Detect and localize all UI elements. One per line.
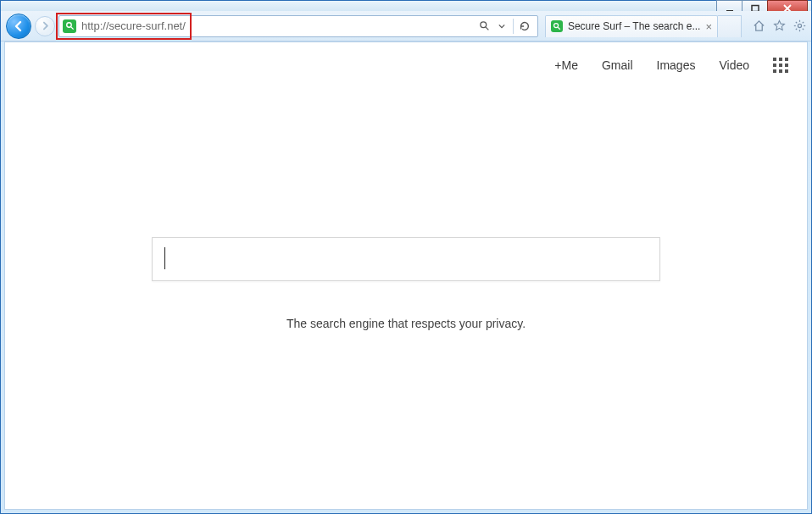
site-favicon-magnifier-icon — [63, 19, 76, 33]
refresh-icon — [519, 20, 531, 32]
gear-icon — [793, 19, 806, 32]
svg-line-5 — [487, 27, 489, 30]
browser-window: Secure Surf – The search e... × +Me Gmai… — [0, 0, 812, 514]
svg-line-16 — [802, 22, 803, 23]
favorites-button[interactable] — [772, 19, 786, 33]
new-tab-button[interactable] — [718, 15, 742, 37]
titlebar — [1, 1, 811, 11]
tools-button[interactable] — [793, 19, 806, 33]
star-icon — [773, 19, 786, 32]
svg-line-13 — [795, 22, 796, 23]
svg-line-15 — [795, 29, 796, 30]
search-area: The search engine that respects your pri… — [152, 237, 660, 330]
tab-secure-surf[interactable]: Secure Surf – The search e... × — [545, 15, 718, 37]
arrow-left-icon — [13, 20, 25, 32]
arrow-right-icon — [41, 21, 50, 30]
tab-close-button[interactable]: × — [705, 20, 712, 33]
text-cursor — [164, 247, 165, 269]
svg-point-6 — [553, 24, 558, 28]
apps-grid-icon[interactable] — [773, 58, 788, 73]
home-button[interactable] — [752, 19, 765, 33]
link-images[interactable]: Images — [657, 58, 696, 72]
separator — [513, 19, 514, 34]
search-input[interactable] — [152, 237, 660, 281]
browser-toolbar: Secure Surf – The search e... × — [1, 11, 811, 41]
svg-line-3 — [70, 27, 73, 30]
page-viewport: +Me Gmail Images Video The search engine… — [4, 41, 808, 510]
search-icon[interactable] — [479, 20, 491, 32]
svg-point-8 — [798, 24, 801, 27]
home-icon — [753, 19, 765, 32]
svg-line-14 — [802, 29, 803, 30]
url-input[interactable] — [76, 19, 479, 32]
address-bar[interactable] — [58, 15, 538, 37]
svg-point-4 — [481, 22, 487, 28]
tab-bar: Secure Surf – The search e... × — [545, 14, 742, 38]
link-video[interactable]: Video — [719, 58, 749, 72]
svg-point-2 — [66, 23, 71, 28]
svg-line-7 — [558, 27, 560, 30]
link-me[interactable]: +Me — [554, 58, 578, 72]
refresh-button[interactable] — [519, 20, 531, 32]
toolbar-right-icons — [752, 19, 806, 33]
forward-button[interactable] — [35, 16, 55, 36]
page-header-links: +Me Gmail Images Video — [554, 58, 788, 73]
tagline: The search engine that respects your pri… — [286, 317, 526, 330]
link-gmail[interactable]: Gmail — [602, 58, 633, 72]
address-bar-controls — [479, 19, 534, 34]
tab-favicon-magnifier-icon — [551, 20, 563, 32]
chevron-down-icon[interactable] — [496, 20, 508, 32]
back-button[interactable] — [6, 14, 31, 39]
tab-title: Secure Surf – The search e... — [568, 20, 701, 32]
